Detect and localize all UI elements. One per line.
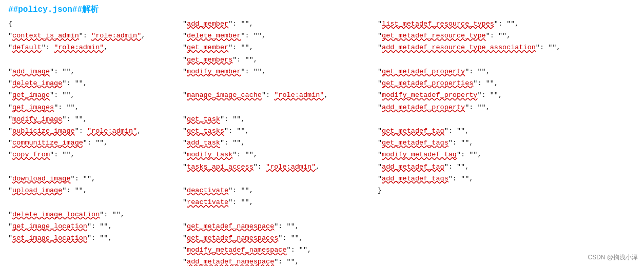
brace: }: [378, 187, 382, 194]
brace: {: [8, 20, 12, 28]
punct: ": [8, 139, 12, 147]
punct: ": [183, 115, 187, 123]
blank-line: [378, 113, 631, 125]
punct: ": "",: [62, 187, 87, 194]
punct: ": [8, 32, 12, 39]
code-line: "publicize_image": "role:admin",: [8, 125, 178, 137]
key: modify_metadef_namespace: [187, 246, 286, 254]
punct: ": [183, 127, 187, 135]
key: add_metadef_tag: [382, 163, 444, 171]
key: modify_image: [12, 115, 62, 123]
code-line: "modify_metadef_tag": "",: [378, 149, 631, 160]
key: modify_metadef_tag: [382, 151, 457, 158]
val-role: "role:admin": [91, 32, 141, 39]
watermark: CSDN @掬浅小泽: [588, 253, 638, 262]
code-line: {: [8, 18, 178, 30]
blank-line: [8, 161, 178, 173]
code-line: "add_metadef_resource_type_association":…: [378, 42, 631, 53]
key: delete_member: [187, 32, 241, 39]
key: get_member: [187, 44, 228, 51]
key: manage_image_cache: [187, 91, 262, 99]
key: list_metadef_resource_types: [382, 20, 494, 28]
punct: ": [378, 151, 382, 158]
punct: ":: [262, 91, 274, 99]
code-line: "modify_image": "",: [8, 113, 178, 125]
key: add_metadef_namespace: [187, 258, 274, 265]
punct: ": "",: [274, 258, 299, 265]
punct: ,: [324, 91, 328, 99]
code-line: "get_members": "",: [183, 54, 373, 66]
punct: ": "",: [536, 44, 561, 51]
code-line: "get_metadef_property": "",: [378, 66, 631, 77]
punct: ": [183, 20, 187, 28]
key: default: [12, 44, 42, 51]
punct: ": [183, 163, 187, 171]
punct: ": [8, 175, 12, 182]
code-line: "add_metadef_tag": "",: [378, 161, 631, 173]
punct: ":: [75, 127, 87, 135]
code-line: "context_is_admin": "role:admin",: [8, 30, 178, 42]
punct: ": [378, 79, 382, 87]
key: get_metadef_namespaces: [187, 234, 278, 242]
punct: ,: [316, 163, 320, 171]
punct: ": "",: [486, 32, 511, 39]
code-line: "modify_metadef_property": "",: [378, 89, 631, 101]
code-line: "get_image": "",: [8, 89, 178, 101]
code-line: "get_metadef_resource_type": "",: [378, 30, 631, 42]
punct: ": "",: [71, 175, 96, 182]
key: modify_member: [187, 68, 241, 75]
key: get_task: [187, 115, 220, 123]
punct: ": [8, 127, 12, 135]
punct: ": "",: [54, 104, 79, 111]
punct: ": "",: [228, 198, 253, 206]
key: get_members: [187, 56, 232, 64]
punct: ": [378, 127, 382, 135]
blank-line: [378, 54, 631, 66]
blank-line: [8, 196, 178, 208]
punct: ": "",: [477, 91, 502, 99]
column-3: "list_metadef_resource_types": "","get_m…: [378, 18, 636, 266]
punct: ": [183, 187, 187, 194]
punct: ": [183, 68, 187, 75]
punct: ": [8, 234, 12, 242]
punct: ": "",: [241, 32, 266, 39]
code-line: "get_image_location": "",: [8, 220, 178, 232]
code-line: "communitize_image": "",: [8, 137, 178, 149]
punct: ": [183, 234, 187, 242]
punct: ": "",: [241, 68, 266, 75]
key: get_metadef_resource_type: [382, 32, 486, 39]
punct: ": "",: [220, 139, 245, 147]
code-line: "get_tasks": "",: [183, 125, 373, 137]
key: add_metadef_resource_type_association: [382, 44, 536, 51]
punct: ,: [137, 127, 141, 135]
punct: ": [183, 44, 187, 51]
key: delete_image: [12, 79, 62, 87]
punct: ": "",: [228, 20, 253, 28]
main-container: ##policy.json##解析 {"context_is_admin": "…: [0, 0, 644, 266]
code-line: "get_metadef_tag": "",: [378, 125, 631, 137]
val-role: "role:admin": [274, 91, 324, 99]
punct: ": "",: [83, 139, 108, 147]
key: get_image: [12, 91, 50, 99]
punct: ": "",: [278, 234, 303, 242]
punct: ": [8, 222, 12, 230]
punct: ": [378, 139, 382, 147]
blank-line: [8, 54, 178, 66]
punct: ": "",: [448, 139, 474, 147]
punct: ": [8, 79, 12, 87]
key: reactivate: [187, 198, 228, 206]
key: get_metadef_tags: [382, 139, 448, 147]
code-line: "delete_image": "",: [8, 77, 178, 89]
punct: ": [183, 32, 187, 39]
punct: ": "",: [473, 79, 498, 87]
key: deactivate: [187, 187, 228, 194]
code-line: "add_metadef_tags": "",: [378, 173, 631, 185]
punct: ": "",: [274, 222, 299, 230]
code-line: "delete_image_location": "",: [8, 209, 178, 220]
code-line: "set_image_location": "",: [8, 232, 178, 244]
code-line: "default": "role:admin",: [8, 42, 178, 53]
punct: ": "",: [62, 79, 87, 87]
punct: ": "",: [232, 56, 258, 64]
punct: ": [8, 187, 12, 194]
punct: ": "",: [50, 151, 75, 158]
